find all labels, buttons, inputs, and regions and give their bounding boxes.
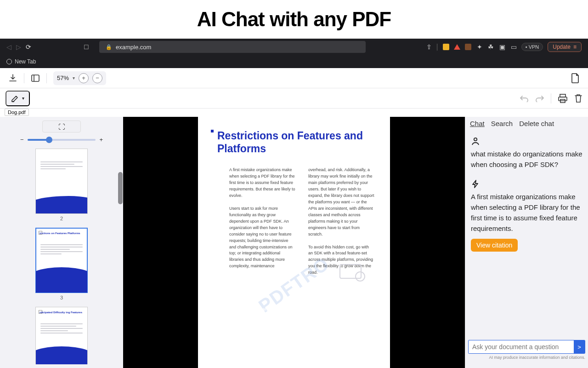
svg-rect-0: [32, 75, 39, 81]
hero-banner: AI Chat with any PDF: [0, 0, 588, 39]
scrollbar-thumb[interactable]: [118, 172, 123, 204]
workspace: ⛶ − + 2 trictions on Features Platforms: [0, 117, 588, 368]
reload-icon[interactable]: ⟳: [26, 43, 31, 51]
chat-input-row: >: [468, 340, 585, 354]
zoom-control: 57% ▾ + −: [53, 71, 106, 85]
document-viewport[interactable]: Restrictions on Features and Platforms A…: [123, 117, 465, 368]
thumbnail-page[interactable]: nticipated Difficulty ing Features 4: [35, 307, 88, 364]
money-icon: [339, 264, 362, 279]
send-button[interactable]: >: [574, 340, 585, 353]
annotation-toolbar: ▾: [0, 88, 588, 109]
chat-ai-message: A first mistake organizations make when …: [471, 179, 582, 252]
tab-delete-chat[interactable]: Delete chat: [519, 120, 554, 127]
chat-input[interactable]: [469, 340, 574, 353]
bookmark-icon[interactable]: ☐: [84, 44, 89, 51]
update-button[interactable]: Update≡: [548, 42, 582, 52]
undo-button[interactable]: [520, 95, 529, 102]
chat-user-message: what mistake do organizations make when …: [471, 137, 582, 170]
thumbnail-page[interactable]: 2: [35, 149, 88, 221]
svg-point-6: [474, 138, 477, 141]
back-icon[interactable]: ◁: [6, 43, 11, 51]
chat-tabs: Chat Search Delete chat: [465, 117, 588, 129]
print-button[interactable]: [558, 94, 568, 103]
minus-icon[interactable]: −: [20, 136, 24, 143]
tab-search[interactable]: Search: [491, 120, 513, 127]
nav-arrows: ◁ ▷ ⟳: [6, 43, 31, 51]
wallet-icon[interactable]: ▭: [511, 43, 517, 51]
chevron-down-icon[interactable]: ▾: [73, 75, 75, 80]
plus-icon[interactable]: +: [99, 136, 103, 143]
chat-panel: Chat Search Delete chat what mistake do …: [465, 117, 588, 368]
browser-chrome: ◁ ▷ ⟳ ☐ 🔒 example.com ⇪ | ✦ ☘ ▣ ▭ • VPN …: [0, 39, 588, 68]
brave-icon: [454, 44, 460, 50]
forward-icon[interactable]: ▷: [16, 43, 21, 51]
svg-rect-3: [560, 94, 565, 97]
chat-disclaimer: AI may produce inaccurate information an…: [468, 355, 585, 360]
file-tab-row: Dog.pdf: [0, 109, 588, 117]
bolt-icon: [471, 179, 582, 189]
pdf-page: Restrictions on Features and Platforms A…: [198, 117, 390, 368]
zoom-in-button[interactable]: +: [79, 73, 89, 83]
redo-button[interactable]: [535, 95, 544, 102]
viewer-toolbar: 57% ▾ + −: [0, 68, 588, 88]
download-button[interactable]: [8, 74, 17, 83]
view-citation-button[interactable]: View citation: [471, 239, 518, 252]
quote-block: “ Maybe big companies can absorb the cos…: [216, 306, 372, 343]
thumbnail-panel: ⛶ − + 2 trictions on Features Platforms: [0, 117, 123, 368]
vpn-badge[interactable]: • VPN: [521, 43, 543, 51]
globe-icon: [6, 59, 12, 64]
share-icon[interactable]: ⇪: [426, 43, 432, 51]
url-bar[interactable]: 🔒 example.com: [99, 41, 366, 53]
new-file-button[interactable]: [571, 73, 580, 83]
zoom-out-button[interactable]: −: [92, 73, 102, 83]
file-tab[interactable]: Dog.pdf: [5, 109, 29, 116]
zoom-value[interactable]: 57%: [57, 75, 69, 81]
fullscreen-button[interactable]: ⛶: [42, 121, 81, 132]
leaf-icon[interactable]: ☘: [488, 43, 494, 51]
sidebar-toggle-button[interactable]: [31, 74, 40, 83]
thumbnail-zoom-slider[interactable]: − +: [20, 136, 103, 143]
svg-rect-4: [559, 97, 567, 101]
chat-scroll[interactable]: what mistake do organizations make when …: [465, 129, 588, 368]
thumbnail-page[interactable]: trictions on Features Platforms 3: [35, 228, 88, 300]
url-text: example.com: [116, 44, 151, 51]
hero-title: AI Chat with any PDF: [197, 8, 391, 31]
page-body: A first mistake organizations make when …: [198, 160, 390, 282]
page-heading: Restrictions on Features and Platforms: [198, 117, 390, 160]
brave-shield-icon[interactable]: [443, 44, 449, 50]
puzzle-icon[interactable]: ✦: [477, 43, 482, 51]
user-icon: [471, 137, 582, 146]
tab-chat[interactable]: Chat: [470, 120, 485, 127]
chevron-down-icon: ▾: [22, 96, 24, 101]
extension-icon[interactable]: [465, 44, 471, 50]
panel-icon[interactable]: ▣: [499, 43, 505, 51]
tab-title[interactable]: New Tab: [15, 58, 36, 65]
delete-button[interactable]: [574, 94, 582, 103]
annotate-button[interactable]: ▾: [6, 91, 30, 106]
lock-icon: 🔒: [106, 44, 112, 50]
